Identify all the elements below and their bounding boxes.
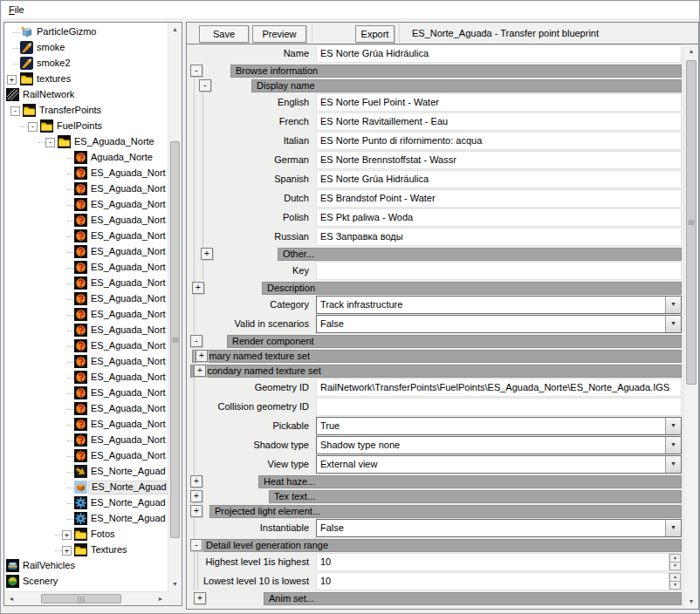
tree-item-label[interactable]: ES_Aguada_Nort xyxy=(88,324,168,338)
tree-item[interactable]: -FuelPoints xyxy=(4,119,168,134)
expand-icon[interactable]: + xyxy=(62,546,72,556)
spinner-down-button[interactable]: ▼ xyxy=(669,582,681,590)
tree-item-label[interactable]: ES_Aguada_Nort xyxy=(88,402,168,416)
tree-item-label[interactable]: ES_Norte_Aguad xyxy=(88,481,168,495)
tree-item[interactable]: ES_Norte_Aguad xyxy=(4,464,168,480)
field-value[interactable]: ES Norte Grúa Hidráulica xyxy=(316,170,682,188)
combo-box[interactable]: Shadow type none▼ xyxy=(316,436,682,454)
tree-hscroll-thumb[interactable] xyxy=(41,594,121,604)
tree-item-label[interactable]: Textures xyxy=(88,543,130,557)
property-vertical-scrollbar[interactable]: ▲ ▼ xyxy=(683,44,698,609)
chevron-down-icon[interactable]: ▼ xyxy=(665,297,681,313)
spinner-up-button[interactable]: ▲ xyxy=(669,573,681,582)
expand-icon[interactable]: + xyxy=(194,592,206,604)
tree-item[interactable]: ES_Aguada_Nort xyxy=(4,433,168,448)
tree-item[interactable]: ES_Norte_Aguad xyxy=(4,511,168,527)
tree-item[interactable]: ES_Aguada_Nort xyxy=(4,197,168,213)
field-value[interactable]: ES Norte Fuel Point - Water xyxy=(316,93,682,112)
tree-item[interactable]: +Textures xyxy=(4,542,168,558)
tree-item[interactable]: ES_Aguada_Nort xyxy=(4,401,168,417)
tree-item[interactable]: ES_Aguada_Nort xyxy=(4,354,168,370)
combo-value[interactable]: False xyxy=(317,520,665,536)
combo-value[interactable]: Shadow type none xyxy=(317,437,665,454)
collapse-icon[interactable]: - xyxy=(28,122,38,132)
tree-item-label[interactable]: ES_Aguada_Nort xyxy=(88,355,168,369)
tree-item-label[interactable]: ES_Aguada_Nort xyxy=(88,214,168,228)
tree-item-label[interactable]: ES_Norte_Aguad xyxy=(88,512,168,526)
tree-horizontal-scrollbar[interactable]: ◄ ► xyxy=(4,591,168,605)
tree-item[interactable]: ES_Aguada_Nort xyxy=(4,244,168,260)
combo-value[interactable]: External view xyxy=(317,456,665,473)
tree-item-label[interactable]: TransferPoints xyxy=(37,104,104,118)
tree-item[interactable]: RailNetwork xyxy=(4,87,168,103)
scroll-up-button[interactable]: ▲ xyxy=(684,44,698,58)
tree-item[interactable]: ES_Aguada_Nort xyxy=(4,229,168,244)
tree-item-label[interactable]: ES_Aguada_Nort xyxy=(88,261,168,275)
tree-item-label[interactable]: ES_Aguada_Nort xyxy=(88,182,168,196)
combo-box[interactable]: External view▼ xyxy=(316,455,682,474)
tree-item-label[interactable]: ES_Aguada_Nort xyxy=(88,418,168,432)
tree-item-label[interactable]: ES_Aguada_Norte xyxy=(72,135,157,149)
tree-item[interactable]: +textures xyxy=(4,72,168,87)
field-value[interactable]: ES Pkt paliwa - Woda xyxy=(316,208,682,227)
field-value[interactable] xyxy=(316,262,682,280)
expand-icon[interactable]: + xyxy=(190,475,202,488)
expand-icon[interactable]: + xyxy=(196,350,208,362)
collapse-icon[interactable]: - xyxy=(199,79,211,92)
combo-value[interactable]: Track infrastructure xyxy=(317,297,665,313)
tree-item-label[interactable]: textures xyxy=(34,72,73,86)
scroll-left-button[interactable]: ◄ xyxy=(4,592,18,605)
tree-item-label[interactable]: smoke2 xyxy=(34,57,73,71)
field-value[interactable]: ES Заправка воды xyxy=(316,228,682,246)
tree-item[interactable]: ES_Aguada_Nort xyxy=(4,323,168,338)
scroll-up-button[interactable]: ▲ xyxy=(168,23,182,37)
tree-item-label[interactable]: ES_Aguada_Nort xyxy=(88,433,168,447)
tree-vscroll-thumb[interactable] xyxy=(170,141,180,538)
expand-icon[interactable]: + xyxy=(190,505,202,517)
combo-box[interactable]: True▼ xyxy=(316,417,682,435)
tree-item[interactable]: smoke2 xyxy=(4,56,168,72)
combo-box[interactable]: False▼ xyxy=(316,519,682,537)
expand-icon[interactable]: + xyxy=(190,490,202,502)
field-value[interactable]: RailNetwork\TransferPoints\FuelPoints\ES… xyxy=(316,379,682,397)
tree-item[interactable]: ES_Aguada_Nort xyxy=(4,291,168,307)
tree-item[interactable]: ES_Aguada_Nort xyxy=(4,307,168,323)
tree-item[interactable]: -TransferPoints xyxy=(4,103,168,119)
tree-item-label[interactable]: ES_Aguada_Nort xyxy=(88,198,168,212)
chevron-down-icon[interactable]: ▼ xyxy=(665,520,681,536)
field-value[interactable]: ES Norte Grúa Hidráulica xyxy=(316,44,682,63)
tree-item-label[interactable]: Scenery xyxy=(20,575,60,589)
chevron-down-icon[interactable]: ▼ xyxy=(665,418,681,434)
combo-value[interactable]: False xyxy=(317,316,665,332)
tree-item-label[interactable]: ES_Aguada_Nort xyxy=(88,308,168,322)
collapse-icon[interactable]: - xyxy=(190,65,202,77)
tree-item-label[interactable]: ES_Norte_Aguad xyxy=(88,465,168,479)
scroll-right-button[interactable]: ► xyxy=(154,592,168,605)
property-vscroll-thumb[interactable] xyxy=(686,60,697,385)
spinner-field[interactable]: 10▲▼ xyxy=(316,553,682,571)
chevron-down-icon[interactable]: ▼ xyxy=(665,456,681,473)
tree-item-label[interactable]: RailVehicles xyxy=(20,559,78,573)
tree-vertical-scrollbar[interactable]: ▲ ▼ xyxy=(168,23,182,591)
tree-item[interactable]: ES_Norte_Aguad xyxy=(4,495,168,511)
save-button[interactable]: Save xyxy=(199,25,249,43)
combo-box[interactable]: False▼ xyxy=(316,315,682,333)
field-value[interactable] xyxy=(316,398,682,416)
tree-item-label[interactable]: ES_Aguada_Nort xyxy=(88,245,168,259)
tree-item-label[interactable]: ES_Aguada_Nort xyxy=(88,167,168,181)
tree-item[interactable]: RailVehicles xyxy=(4,558,168,574)
spinner-value[interactable]: 10 xyxy=(317,573,669,590)
collapse-icon[interactable]: - xyxy=(45,138,55,147)
tree-item-label[interactable]: RailNetwork xyxy=(20,88,77,102)
tree-item-label[interactable]: ParticleGizmo xyxy=(34,25,99,39)
field-value[interactable]: ES Brandstof Point - Water xyxy=(316,189,682,208)
field-value[interactable]: ES Norte Punto di rifornimento: acqua xyxy=(316,132,682,150)
menu-item-file[interactable]: File xyxy=(2,2,31,17)
collapse-icon[interactable]: - xyxy=(190,539,202,551)
tree-item[interactable]: ES_Aguada_Nort xyxy=(4,260,168,276)
tree-item[interactable]: ES_Aguada_Nort xyxy=(4,448,168,464)
tree-item-label[interactable]: smoke xyxy=(34,41,67,55)
scroll-down-button[interactable]: ▼ xyxy=(684,595,698,609)
tree-item-label[interactable]: FuelPoints xyxy=(54,119,105,133)
collapse-icon[interactable]: - xyxy=(10,106,20,116)
